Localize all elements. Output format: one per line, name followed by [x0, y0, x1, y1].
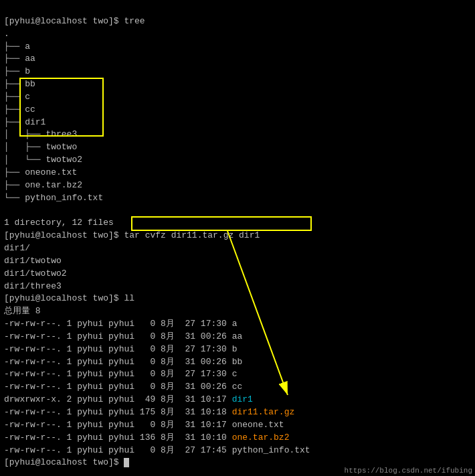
terminal-line: ├── oneone.txt	[4, 167, 471, 179]
terminal: [pyhui@localhost two]$ tree.├── a├── aa├…	[0, 0, 475, 472]
terminal-line: dir1/three3	[4, 281, 471, 293]
terminal-line: [pyhui@localhost two]$ tar cvfz dir11.ta…	[4, 230, 471, 242]
terminal-line: -rw-rw-r--. 1 pyhui pyhui 0 8月 27 17:30 …	[4, 343, 471, 356]
terminal-line: -rw-rw-r--. 1 pyhui pyhui 0 8月 27 17:45 …	[4, 445, 471, 457]
terminal-line: -rw-rw-r--. 1 pyhui pyhui 136 8月 31 10:1…	[4, 432, 471, 445]
terminal-line: dir1/twotwo	[4, 255, 471, 268]
terminal-line: -rw-rw-r--. 1 pyhui pyhui 0 8月 31 10:17 …	[4, 419, 471, 432]
terminal-line: ├── a	[4, 41, 471, 54]
dir1-highlight-box	[19, 78, 104, 137]
terminal-line: [pyhui@localhost two]$ ll	[4, 293, 471, 305]
terminal-line: ├── b	[4, 66, 471, 78]
terminal-line: ├── aa	[4, 53, 471, 66]
terminal-cursor	[124, 458, 129, 467]
terminal-line: -rw-rw-r--. 1 pyhui pyhui 0 8月 31 00:26 …	[4, 331, 471, 343]
terminal-line: dir1/	[4, 242, 471, 255]
terminal-line: │ ├── twotwo	[4, 141, 471, 154]
terminal-line: -rw-rw-r--. 1 pyhui pyhui 175 8月 31 10:1…	[4, 406, 471, 419]
terminal-line: │ └── twotwo2	[4, 154, 471, 167]
terminal-line: 总用量 8	[4, 305, 471, 318]
terminal-line: .	[4, 28, 471, 41]
command-highlight-box	[131, 216, 312, 231]
terminal-line: -rw-rw-r--. 1 pyhui pyhui 0 8月 31 00:26 …	[4, 381, 471, 394]
terminal-line: -rw-rw-r--. 1 pyhui pyhui 0 8月 27 17:30 …	[4, 368, 471, 381]
terminal-line: -rw-rw-r--. 1 pyhui pyhui 0 8月 31 00:26 …	[4, 356, 471, 369]
terminal-line: -rw-rw-r--. 1 pyhui pyhui 0 8月 27 17:30 …	[4, 318, 471, 331]
terminal-line: ├── one.tar.bz2	[4, 179, 471, 192]
terminal-line: drwxrwxr-x. 2 pyhui pyhui 49 8月 31 10:17…	[4, 394, 471, 406]
terminal-line: dir1/twotwo2	[4, 268, 471, 281]
terminal-line: └── python_info.txt	[4, 192, 471, 205]
terminal-line	[4, 205, 471, 218]
watermark: https://blog.csdn.net/ifubing	[345, 467, 472, 475]
terminal-line: [pyhui@localhost two]$ tree	[4, 15, 471, 28]
